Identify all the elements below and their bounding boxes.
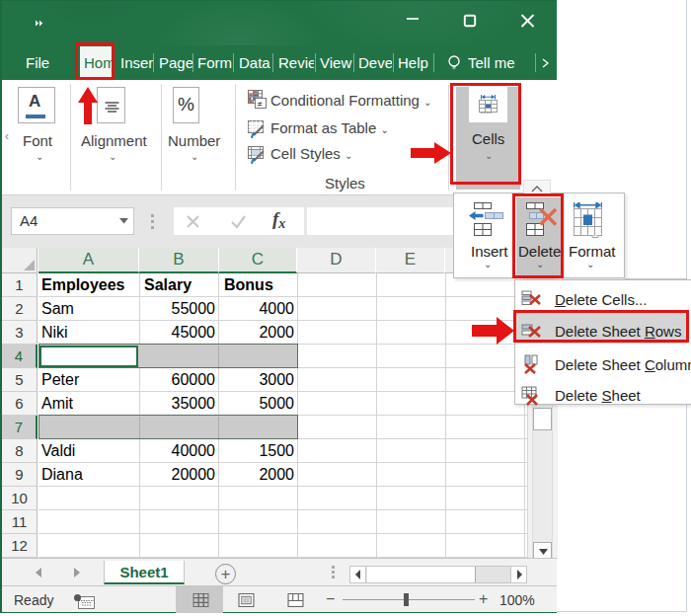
svg-text:≠: ≠ [258, 99, 263, 109]
